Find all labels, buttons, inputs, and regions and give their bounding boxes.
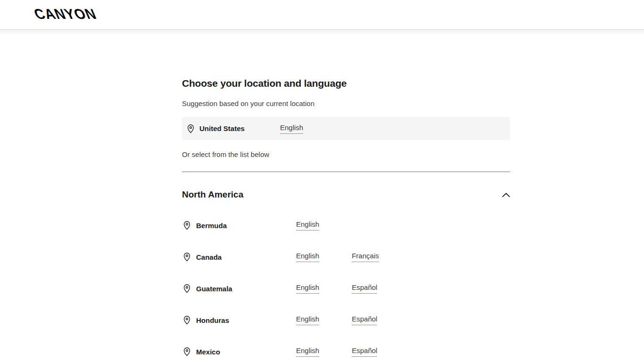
country-row-bermuda: Bermuda English	[182, 220, 510, 230]
suggested-country-name: United States	[199, 124, 280, 132]
country-row-guatemala: Guatemala English Español	[182, 283, 510, 294]
country-row-honduras: Honduras English Español	[182, 315, 510, 325]
language-link-espanol[interactable]: Español	[352, 346, 377, 357]
page-title: Choose your location and language	[182, 30, 510, 89]
country-row-canada: Canada English Français	[182, 252, 510, 262]
map-pin-icon	[183, 221, 190, 230]
language-links: English Español	[296, 283, 377, 294]
map-pin-icon	[183, 347, 190, 356]
language-links: English Español	[296, 315, 377, 325]
site-header: CANYON	[0, 0, 644, 30]
map-pin-icon	[187, 124, 194, 133]
chevron-up-icon[interactable]	[502, 192, 510, 197]
language-link-english[interactable]: English	[296, 283, 319, 294]
language-links: English Français	[296, 252, 379, 262]
country-row-mexico: Mexico English Español	[182, 346, 510, 357]
country-name: Bermuda	[196, 222, 296, 230]
map-pin-icon	[183, 315, 190, 325]
map-pin-icon	[183, 284, 190, 293]
language-link-espanol[interactable]: Español	[352, 283, 377, 294]
region-accordion-north-america[interactable]: North America	[182, 189, 510, 200]
language-links: English	[296, 220, 319, 230]
country-name: Guatemala	[196, 285, 296, 293]
canyon-logo[interactable]: CANYON	[38, 6, 102, 22]
list-divider	[182, 172, 510, 172]
country-list: Bermuda English Canada English Français	[182, 220, 510, 357]
country-name: Honduras	[196, 316, 296, 324]
country-name: Canada	[196, 253, 296, 261]
language-links: English Español	[296, 346, 377, 357]
region-name: North America	[182, 189, 243, 200]
country-name: Mexico	[196, 348, 296, 356]
location-language-panel: Choose your location and language Sugges…	[182, 30, 510, 357]
or-select-label: Or select from the list below	[182, 150, 510, 158]
map-pin-icon	[183, 252, 190, 262]
canyon-logo-text: CANYON	[32, 6, 99, 22]
suggested-location-row: United States English	[182, 117, 510, 140]
language-link-english[interactable]: English	[296, 346, 319, 357]
language-link-francais[interactable]: Français	[352, 252, 379, 262]
suggested-language-link-english[interactable]: English	[280, 123, 303, 134]
language-link-espanol[interactable]: Español	[352, 315, 377, 325]
suggestion-label: Suggestion based on your current locatio…	[182, 99, 510, 107]
language-link-english[interactable]: English	[296, 220, 319, 230]
language-link-english[interactable]: English	[296, 315, 319, 325]
language-link-english[interactable]: English	[296, 252, 319, 262]
